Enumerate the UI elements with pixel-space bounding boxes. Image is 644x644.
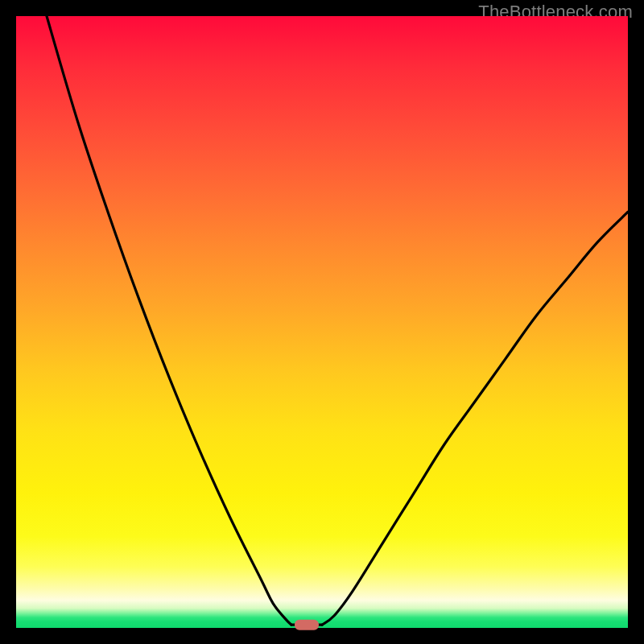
plot-area [16, 16, 628, 628]
curve-svg [16, 16, 628, 628]
chart-frame: TheBottleneck.com [0, 0, 644, 644]
left-branch-path [47, 16, 291, 625]
min-marker [295, 620, 319, 630]
right-branch-path [322, 212, 628, 625]
